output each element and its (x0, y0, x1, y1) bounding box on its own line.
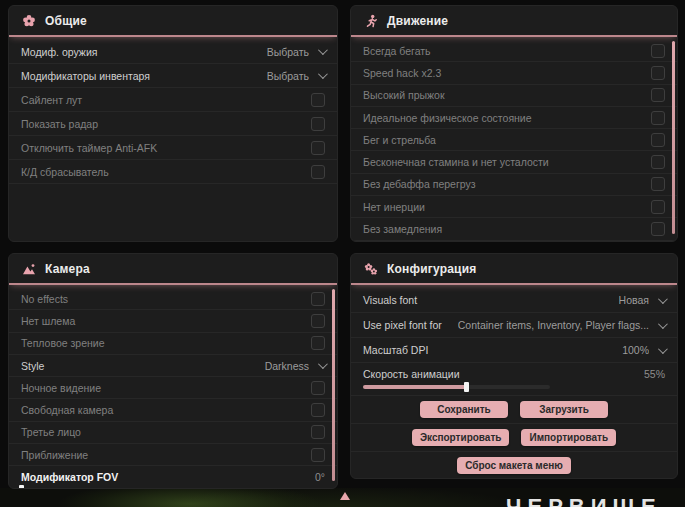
no-overload-debuff-checkbox[interactable] (651, 177, 665, 191)
mod-menu-overlay: ЧЕРВИЩЕ Общие Модиф. оружияВыбратьМодифи… (0, 0, 685, 507)
row-always-run[interactable]: Всегда бегать (351, 40, 677, 62)
load-button[interactable]: Загрузить (520, 401, 608, 418)
slider-value: 55% (644, 368, 665, 380)
fov-modifier-slider[interactable] (21, 488, 325, 489)
row-visuals-font[interactable]: Visuals fontНовая (351, 288, 677, 313)
no-helmet-checkbox[interactable] (311, 314, 325, 328)
animation-speed-slider[interactable] (363, 385, 550, 389)
button-row: СохранитьЗагрузить (351, 396, 677, 424)
panel-header[interactable]: Камера (9, 254, 337, 285)
slider-handle[interactable] (19, 485, 24, 489)
row-infinite-stamina[interactable]: Бесконечная стамина и нет усталости (351, 151, 677, 173)
settings-list: No effectsНет шлемаТепловое зрениеStyleD… (9, 285, 337, 489)
settings-list: Модиф. оружияВыбратьМодификаторы инвента… (9, 37, 337, 184)
kd-resetter-checkbox[interactable] (311, 165, 325, 179)
row-kd-resetter[interactable]: К/Д сбрасыватель (9, 160, 337, 184)
panel-header[interactable]: Общие (9, 6, 337, 37)
no-inertia-checkbox[interactable] (651, 200, 665, 214)
panel-header[interactable]: Движение (351, 6, 677, 37)
panel-title: Движение (387, 14, 448, 28)
row-label: Ночное видение (21, 382, 101, 394)
perfect-physical-condition-checkbox[interactable] (651, 111, 665, 125)
row-style[interactable]: StyleDarkness (9, 355, 337, 377)
row-no-helmet[interactable]: Нет шлема (9, 310, 337, 332)
third-person-checkbox[interactable] (311, 425, 325, 439)
speed-hack-checkbox[interactable] (651, 66, 665, 80)
row-use-pixel-font-for[interactable]: Use pixel font forContainer items, Inven… (351, 313, 677, 338)
visuals-font-dropdown[interactable]: Новая (619, 294, 665, 306)
row-label: Visuals font (363, 294, 417, 306)
thermal-vision-checkbox[interactable] (311, 336, 325, 350)
slider-handle[interactable] (464, 382, 469, 392)
row-speed-hack[interactable]: Speed hack x2.3 (351, 62, 677, 84)
save-button[interactable]: Сохранить (420, 401, 508, 418)
game-background: ЧЕРВИЩЕ (0, 488, 685, 507)
row-label: Модиф. оружия (21, 46, 97, 58)
settings-list: Всегда бегатьSpeed hack x2.3Высокий прыж… (351, 37, 677, 241)
run-icon (364, 14, 378, 28)
zoom-checkbox[interactable] (311, 448, 325, 462)
row-third-person[interactable]: Третье лицо (9, 422, 337, 444)
silent-loot-checkbox[interactable] (311, 93, 325, 107)
row-dpi-scale[interactable]: Масштаб DPI100% (351, 338, 677, 363)
no-slowdown-checkbox[interactable] (651, 222, 665, 236)
export-button[interactable]: Экспортировать (412, 429, 510, 446)
row-label: Приближение (21, 449, 88, 461)
row-label: Модификаторы инвентаря (21, 70, 150, 82)
dropdown-value: Новая (619, 294, 649, 306)
always-run-checkbox[interactable] (651, 44, 665, 58)
night-vision-checkbox[interactable] (311, 381, 325, 395)
row-fov-modifier[interactable]: Модификатор FOV0° (9, 466, 337, 489)
row-label: Нет инерции (363, 201, 425, 213)
row-thermal-vision[interactable]: Тепловое зрение (9, 333, 337, 355)
gears-icon (364, 262, 378, 276)
row-free-camera[interactable]: Свободная камера (9, 399, 337, 421)
panel-movement: Движение Всегда бегатьSpeed hack x2.3Выс… (350, 5, 678, 242)
use-pixel-font-for-dropdown[interactable]: Container items, Inventory, Player flags… (458, 319, 665, 331)
row-show-radar[interactable]: Показать радар (9, 112, 337, 136)
row-label: Style (21, 360, 44, 372)
row-no-slowdown[interactable]: Без замедления (351, 218, 677, 240)
import-button[interactable]: Импортировать (521, 429, 616, 446)
settings-list: Visuals fontНоваяUse pixel font forConta… (351, 285, 677, 396)
dropdown-value: Container items, Inventory, Player flags… (458, 319, 649, 331)
row-high-jump[interactable]: Высокий прыжок (351, 85, 677, 107)
row-label: Отключить таймер Anti-AFK (21, 142, 157, 154)
scrollbar[interactable] (332, 289, 335, 481)
row-night-vision[interactable]: Ночное видение (9, 377, 337, 399)
row-perfect-physical-condition[interactable]: Идеальное физическое состояние (351, 107, 677, 129)
row-silent-loot[interactable]: Сайлент лут (9, 88, 337, 112)
row-label: Свободная камера (21, 404, 113, 416)
row-weapon-mod[interactable]: Модиф. оружияВыбрать (9, 40, 337, 64)
reset-menu-layout-button[interactable]: Сброс макета меню (457, 457, 571, 474)
chevron-down-icon (318, 45, 328, 55)
row-label: Идеальное физическое состояние (363, 112, 532, 124)
row-no-effects[interactable]: No effects (9, 288, 337, 310)
style-dropdown[interactable]: Darkness (265, 360, 325, 372)
high-jump-checkbox[interactable] (651, 88, 665, 102)
infinite-stamina-checkbox[interactable] (651, 155, 665, 169)
row-run-and-shoot[interactable]: Бег и стрельба (351, 129, 677, 151)
row-disable-anti-afk-timer[interactable]: Отключить таймер Anti-AFK (9, 136, 337, 160)
weapon-mod-dropdown[interactable]: Выбрать (267, 46, 325, 58)
inventory-mods-dropdown[interactable]: Выбрать (267, 70, 325, 82)
row-inventory-mods[interactable]: Модификаторы инвентаряВыбрать (9, 64, 337, 88)
row-zoom[interactable]: Приближение (9, 444, 337, 466)
panel-header[interactable]: Конфигурация (351, 254, 677, 285)
free-camera-checkbox[interactable] (311, 403, 325, 417)
scrollbar[interactable] (672, 41, 675, 234)
row-no-overload-debuff[interactable]: Без дебаффа перегруз (351, 174, 677, 196)
row-animation-speed[interactable]: Скорость анимации55% (351, 363, 677, 396)
row-label: Модификатор FOV (21, 471, 118, 483)
row-label: Показать радар (21, 118, 98, 130)
show-radar-checkbox[interactable] (311, 117, 325, 131)
row-no-inertia[interactable]: Нет инерции (351, 196, 677, 218)
chevron-down-icon (318, 69, 328, 79)
run-and-shoot-checkbox[interactable] (651, 133, 665, 147)
dpi-scale-dropdown[interactable]: 100% (622, 344, 665, 356)
disable-anti-afk-timer-checkbox[interactable] (311, 141, 325, 155)
row-label: Всегда бегать (363, 45, 431, 57)
no-effects-checkbox[interactable] (311, 292, 325, 306)
row-label: Бег и стрельба (363, 134, 436, 146)
panel-title: Камера (45, 262, 90, 276)
